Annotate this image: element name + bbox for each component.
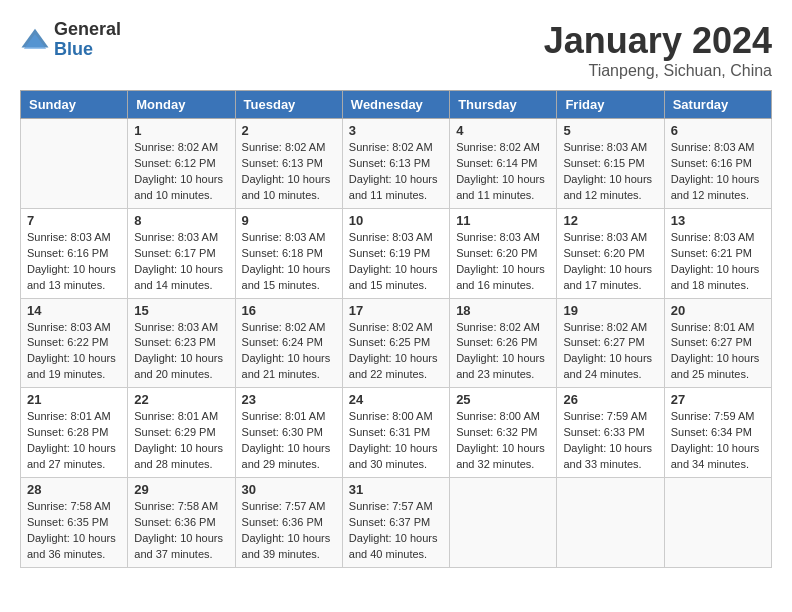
calendar-day-cell: 26Sunrise: 7:59 AM Sunset: 6:33 PM Dayli… bbox=[557, 388, 664, 478]
day-info: Sunrise: 8:01 AM Sunset: 6:27 PM Dayligh… bbox=[671, 320, 765, 384]
day-number: 4 bbox=[456, 123, 550, 138]
calendar-day-cell: 8Sunrise: 8:03 AM Sunset: 6:17 PM Daylig… bbox=[128, 208, 235, 298]
calendar-week-row: 1Sunrise: 8:02 AM Sunset: 6:12 PM Daylig… bbox=[21, 119, 772, 209]
day-number: 21 bbox=[27, 392, 121, 407]
calendar-week-row: 28Sunrise: 7:58 AM Sunset: 6:35 PM Dayli… bbox=[21, 478, 772, 568]
day-info: Sunrise: 8:01 AM Sunset: 6:28 PM Dayligh… bbox=[27, 409, 121, 473]
day-info: Sunrise: 7:58 AM Sunset: 6:35 PM Dayligh… bbox=[27, 499, 121, 563]
day-info: Sunrise: 8:02 AM Sunset: 6:25 PM Dayligh… bbox=[349, 320, 443, 384]
day-number: 15 bbox=[134, 303, 228, 318]
day-info: Sunrise: 7:57 AM Sunset: 6:36 PM Dayligh… bbox=[242, 499, 336, 563]
calendar-day-cell: 7Sunrise: 8:03 AM Sunset: 6:16 PM Daylig… bbox=[21, 208, 128, 298]
calendar-day-cell: 27Sunrise: 7:59 AM Sunset: 6:34 PM Dayli… bbox=[664, 388, 771, 478]
calendar-day-cell: 15Sunrise: 8:03 AM Sunset: 6:23 PM Dayli… bbox=[128, 298, 235, 388]
calendar-day-cell: 11Sunrise: 8:03 AM Sunset: 6:20 PM Dayli… bbox=[450, 208, 557, 298]
day-number: 6 bbox=[671, 123, 765, 138]
calendar-day-cell: 29Sunrise: 7:58 AM Sunset: 6:36 PM Dayli… bbox=[128, 478, 235, 568]
calendar-day-cell: 28Sunrise: 7:58 AM Sunset: 6:35 PM Dayli… bbox=[21, 478, 128, 568]
calendar-day-cell: 6Sunrise: 8:03 AM Sunset: 6:16 PM Daylig… bbox=[664, 119, 771, 209]
header-row: SundayMondayTuesdayWednesdayThursdayFrid… bbox=[21, 91, 772, 119]
day-info: Sunrise: 8:03 AM Sunset: 6:23 PM Dayligh… bbox=[134, 320, 228, 384]
day-info: Sunrise: 7:59 AM Sunset: 6:33 PM Dayligh… bbox=[563, 409, 657, 473]
calendar-day-cell: 31Sunrise: 7:57 AM Sunset: 6:37 PM Dayli… bbox=[342, 478, 449, 568]
header-day: Wednesday bbox=[342, 91, 449, 119]
location: Tianpeng, Sichuan, China bbox=[544, 62, 772, 80]
day-info: Sunrise: 8:02 AM Sunset: 6:24 PM Dayligh… bbox=[242, 320, 336, 384]
day-number: 26 bbox=[563, 392, 657, 407]
day-number: 16 bbox=[242, 303, 336, 318]
day-number: 20 bbox=[671, 303, 765, 318]
day-info: Sunrise: 8:03 AM Sunset: 6:19 PM Dayligh… bbox=[349, 230, 443, 294]
day-number: 17 bbox=[349, 303, 443, 318]
calendar-day-cell: 20Sunrise: 8:01 AM Sunset: 6:27 PM Dayli… bbox=[664, 298, 771, 388]
day-number: 18 bbox=[456, 303, 550, 318]
calendar-week-row: 21Sunrise: 8:01 AM Sunset: 6:28 PM Dayli… bbox=[21, 388, 772, 478]
day-number: 10 bbox=[349, 213, 443, 228]
day-info: Sunrise: 8:02 AM Sunset: 6:14 PM Dayligh… bbox=[456, 140, 550, 204]
calendar-day-cell: 3Sunrise: 8:02 AM Sunset: 6:13 PM Daylig… bbox=[342, 119, 449, 209]
day-number: 24 bbox=[349, 392, 443, 407]
day-number: 28 bbox=[27, 482, 121, 497]
calendar-day-cell: 18Sunrise: 8:02 AM Sunset: 6:26 PM Dayli… bbox=[450, 298, 557, 388]
calendar-day-cell bbox=[21, 119, 128, 209]
day-info: Sunrise: 8:03 AM Sunset: 6:21 PM Dayligh… bbox=[671, 230, 765, 294]
day-info: Sunrise: 8:03 AM Sunset: 6:20 PM Dayligh… bbox=[563, 230, 657, 294]
calendar-body: 1Sunrise: 8:02 AM Sunset: 6:12 PM Daylig… bbox=[21, 119, 772, 568]
day-number: 2 bbox=[242, 123, 336, 138]
header-day: Monday bbox=[128, 91, 235, 119]
day-number: 19 bbox=[563, 303, 657, 318]
calendar-day-cell: 24Sunrise: 8:00 AM Sunset: 6:31 PM Dayli… bbox=[342, 388, 449, 478]
day-number: 29 bbox=[134, 482, 228, 497]
calendar-day-cell: 4Sunrise: 8:02 AM Sunset: 6:14 PM Daylig… bbox=[450, 119, 557, 209]
day-number: 25 bbox=[456, 392, 550, 407]
day-number: 3 bbox=[349, 123, 443, 138]
calendar-day-cell: 21Sunrise: 8:01 AM Sunset: 6:28 PM Dayli… bbox=[21, 388, 128, 478]
day-number: 23 bbox=[242, 392, 336, 407]
day-number: 7 bbox=[27, 213, 121, 228]
calendar-day-cell: 14Sunrise: 8:03 AM Sunset: 6:22 PM Dayli… bbox=[21, 298, 128, 388]
header-day: Thursday bbox=[450, 91, 557, 119]
day-number: 11 bbox=[456, 213, 550, 228]
day-number: 5 bbox=[563, 123, 657, 138]
day-info: Sunrise: 8:00 AM Sunset: 6:32 PM Dayligh… bbox=[456, 409, 550, 473]
calendar-day-cell bbox=[664, 478, 771, 568]
day-number: 14 bbox=[27, 303, 121, 318]
day-number: 27 bbox=[671, 392, 765, 407]
calendar-week-row: 7Sunrise: 8:03 AM Sunset: 6:16 PM Daylig… bbox=[21, 208, 772, 298]
day-info: Sunrise: 8:01 AM Sunset: 6:30 PM Dayligh… bbox=[242, 409, 336, 473]
calendar-day-cell: 13Sunrise: 8:03 AM Sunset: 6:21 PM Dayli… bbox=[664, 208, 771, 298]
calendar-week-row: 14Sunrise: 8:03 AM Sunset: 6:22 PM Dayli… bbox=[21, 298, 772, 388]
header-day: Sunday bbox=[21, 91, 128, 119]
header-day: Tuesday bbox=[235, 91, 342, 119]
calendar-day-cell: 17Sunrise: 8:02 AM Sunset: 6:25 PM Dayli… bbox=[342, 298, 449, 388]
day-number: 13 bbox=[671, 213, 765, 228]
calendar-day-cell: 30Sunrise: 7:57 AM Sunset: 6:36 PM Dayli… bbox=[235, 478, 342, 568]
day-number: 30 bbox=[242, 482, 336, 497]
logo-icon bbox=[20, 25, 50, 55]
day-info: Sunrise: 8:01 AM Sunset: 6:29 PM Dayligh… bbox=[134, 409, 228, 473]
month-title: January 2024 bbox=[544, 20, 772, 62]
day-info: Sunrise: 8:02 AM Sunset: 6:12 PM Dayligh… bbox=[134, 140, 228, 204]
day-number: 9 bbox=[242, 213, 336, 228]
day-info: Sunrise: 8:03 AM Sunset: 6:17 PM Dayligh… bbox=[134, 230, 228, 294]
header-day: Saturday bbox=[664, 91, 771, 119]
calendar-day-cell bbox=[450, 478, 557, 568]
day-info: Sunrise: 8:03 AM Sunset: 6:16 PM Dayligh… bbox=[27, 230, 121, 294]
logo-blue: Blue bbox=[54, 40, 121, 60]
day-number: 8 bbox=[134, 213, 228, 228]
page-header: General Blue January 2024 Tianpeng, Sich… bbox=[20, 20, 772, 80]
day-info: Sunrise: 8:03 AM Sunset: 6:16 PM Dayligh… bbox=[671, 140, 765, 204]
day-info: Sunrise: 8:03 AM Sunset: 6:18 PM Dayligh… bbox=[242, 230, 336, 294]
day-info: Sunrise: 8:03 AM Sunset: 6:15 PM Dayligh… bbox=[563, 140, 657, 204]
day-info: Sunrise: 7:58 AM Sunset: 6:36 PM Dayligh… bbox=[134, 499, 228, 563]
calendar-day-cell: 22Sunrise: 8:01 AM Sunset: 6:29 PM Dayli… bbox=[128, 388, 235, 478]
calendar-day-cell: 2Sunrise: 8:02 AM Sunset: 6:13 PM Daylig… bbox=[235, 119, 342, 209]
calendar-day-cell: 12Sunrise: 8:03 AM Sunset: 6:20 PM Dayli… bbox=[557, 208, 664, 298]
header-day: Friday bbox=[557, 91, 664, 119]
calendar-header: SundayMondayTuesdayWednesdayThursdayFrid… bbox=[21, 91, 772, 119]
logo: General Blue bbox=[20, 20, 121, 60]
calendar-day-cell: 10Sunrise: 8:03 AM Sunset: 6:19 PM Dayli… bbox=[342, 208, 449, 298]
calendar-day-cell bbox=[557, 478, 664, 568]
logo-text: General Blue bbox=[54, 20, 121, 60]
day-info: Sunrise: 8:03 AM Sunset: 6:20 PM Dayligh… bbox=[456, 230, 550, 294]
